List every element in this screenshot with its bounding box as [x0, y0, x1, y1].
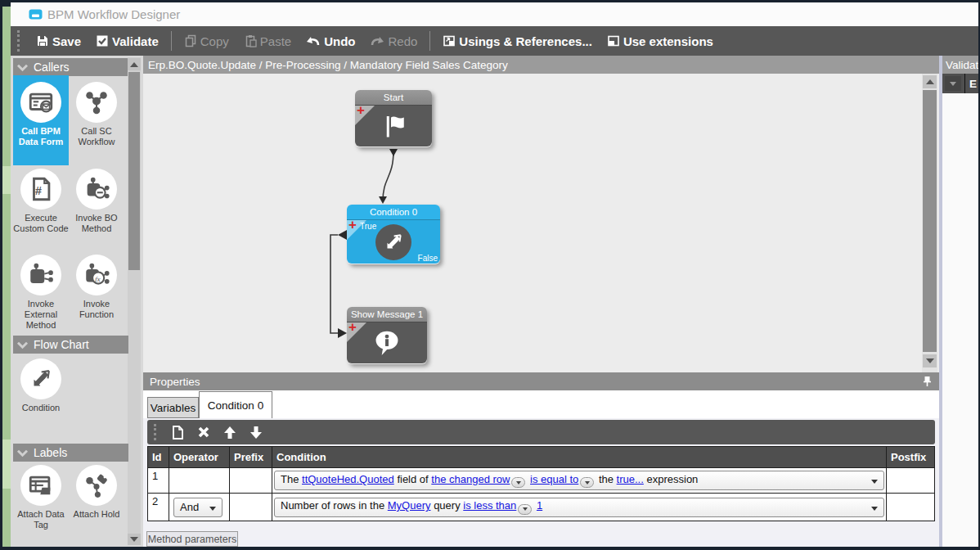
validate-button[interactable]: Validate: [88, 26, 166, 56]
toolbox-item-label: Call SC Workflow: [78, 126, 115, 147]
canvas-scroll-up-button[interactable]: [923, 75, 937, 88]
undo-button[interactable]: Undo: [299, 26, 362, 56]
app-icon: [29, 9, 43, 20]
custom-code-icon: #: [20, 169, 61, 210]
arrow-down-icon: [249, 426, 263, 440]
toolbox-item-execute-custom-code[interactable]: # Execute Custom Code: [13, 169, 69, 255]
add-connection-icon[interactable]: +: [348, 218, 357, 232]
undo-label: Undo: [324, 34, 355, 48]
validation-panel-title: Validat: [946, 59, 978, 71]
value-link[interactable]: 1: [537, 499, 542, 512]
toolbox-item-call-bpm-data-form[interactable]: Call BPM Data Form: [13, 75, 69, 165]
row-operator-cell[interactable]: [169, 468, 230, 493]
operator-link[interactable]: is less than: [463, 499, 516, 512]
toolbox-item-label: Invoke External Method: [25, 299, 57, 330]
node-condition-0[interactable]: Condition 0 + True False: [347, 205, 440, 264]
add-connection-icon[interactable]: +: [348, 320, 357, 334]
node-show-message-1[interactable]: Show Message 1 +: [347, 307, 427, 364]
paste-button[interactable]: Paste: [236, 26, 299, 56]
breadcrumb-text: Erp.BO.Quote.Update / Pre-Processing / M…: [148, 59, 508, 71]
toolbox-item-call-sc-workflow[interactable]: Call SC Workflow: [69, 82, 124, 164]
tab-condition-0[interactable]: Condition 0: [199, 391, 272, 418]
sidebar-scroll-up-button[interactable]: [128, 58, 141, 70]
delete-row-button[interactable]: [197, 426, 210, 439]
usings-references-button[interactable]: Usings & References...: [435, 26, 600, 56]
operator-select[interactable]: And: [173, 498, 223, 517]
toolbox-item-condition[interactable]: Condition: [13, 358, 69, 428]
condition-text: field of: [394, 473, 432, 485]
invoke-external-method-icon: [20, 255, 61, 295]
canvas-scrollbar-thumb[interactable]: [923, 90, 937, 352]
column-separator: [964, 74, 965, 93]
save-button[interactable]: Save: [29, 26, 88, 56]
false-branch-label[interactable]: False: [418, 254, 438, 263]
sidebar-scroll-down-button[interactable]: [128, 534, 141, 545]
row-scope-link[interactable]: the changed row: [431, 473, 510, 485]
redo-button[interactable]: Redo: [362, 26, 425, 56]
row-prefix-cell[interactable]: [230, 494, 272, 521]
tab-variables[interactable]: Variables: [147, 397, 199, 418]
section-header-callers[interactable]: Callers: [13, 58, 128, 76]
node-start[interactable]: Start +: [355, 90, 432, 147]
operator-dropdown[interactable]: [518, 504, 532, 515]
toolbox-item-label: Condition: [22, 403, 60, 412]
true-branch-label[interactable]: True: [360, 222, 376, 231]
pin-icon[interactable]: [922, 376, 933, 387]
use-extensions-label: Use extensions: [623, 34, 713, 48]
condition-builder-combo[interactable]: Number of rows in the MyQuery query is l…: [274, 498, 884, 517]
column-header-id: Id: [148, 447, 169, 467]
canvas-scroll-down-button[interactable]: [923, 354, 937, 367]
move-row-down-button[interactable]: [249, 426, 263, 440]
sc-workflow-icon: [76, 82, 117, 123]
validation-panel-body: [942, 93, 978, 547]
toolbar-grip[interactable]: [154, 424, 157, 440]
row-postfix-cell[interactable]: [887, 494, 934, 521]
undo-icon: [306, 34, 321, 47]
validation-filter-dropdown[interactable]: [945, 76, 961, 91]
toolbox-item-invoke-external-method[interactable]: Invoke External Method: [13, 255, 69, 340]
value-link[interactable]: true...: [617, 473, 644, 485]
toolbox-item-label: Attach Data Tag: [17, 509, 64, 530]
condition-builder-combo[interactable]: The ttQuoteHed.Quoted field of the chang…: [274, 471, 884, 490]
usings-references-label: Usings & References...: [459, 34, 592, 48]
row-postfix-cell[interactable]: [887, 468, 934, 493]
toolbar-grip[interactable]: [17, 30, 20, 52]
toolbox-item-attach-hold[interactable]: Attach Hold: [69, 465, 124, 543]
validation-column-header: E: [969, 78, 977, 90]
flowchart-canvas[interactable]: Start + Condition 0 + True False: [143, 74, 939, 372]
condition-text: The: [281, 473, 302, 485]
tab-method-parameters[interactable]: Method parameters: [146, 531, 238, 547]
node-title: Condition 0: [347, 205, 440, 220]
combo-dropdown-arrow[interactable]: [871, 507, 878, 511]
background-app-notch: [2, 440, 11, 489]
row-scope-dropdown[interactable]: [511, 477, 525, 488]
add-connection-icon[interactable]: +: [357, 103, 365, 117]
toolbox-sidebar: Callers Call BPM Data Form: [11, 56, 143, 547]
bpm-data-form-icon: [20, 82, 61, 123]
query-link[interactable]: MyQuery: [388, 499, 431, 512]
copy-button[interactable]: Copy: [177, 26, 236, 56]
section-header-labels[interactable]: Labels: [13, 444, 128, 462]
svg-text:#: #: [35, 184, 42, 197]
toolbox-item-invoke-bo-method[interactable]: Invoke BO Method: [69, 169, 124, 255]
condition-row-1: 1 The ttQuoteHed.Quoted field of the cha…: [148, 467, 934, 493]
operator-link[interactable]: is equal to: [530, 473, 578, 485]
move-row-up-button[interactable]: [223, 426, 236, 440]
use-extensions-button[interactable]: Use extensions: [600, 26, 721, 56]
toolbox-item-invoke-function[interactable]: fx Invoke Function: [69, 255, 124, 340]
row-condition-cell: Number of rows in the MyQuery query is l…: [272, 494, 887, 521]
field-link[interactable]: ttQuoteHed.Quoted: [302, 473, 394, 485]
condition-node-icon: [375, 224, 411, 260]
operator-dropdown[interactable]: [580, 477, 594, 488]
sidebar-scrollbar-thumb[interactable]: [128, 72, 140, 270]
toolbox-item-attach-data-tag[interactable]: Attach Data Tag: [13, 465, 69, 543]
section-label: Labels: [34, 446, 67, 459]
chevron-down-icon: [16, 449, 29, 458]
condition-icon: [20, 358, 61, 399]
section-header-flow-chart[interactable]: Flow Chart: [13, 336, 128, 354]
new-row-button[interactable]: [172, 426, 184, 440]
column-header-prefix: Prefix: [230, 447, 272, 467]
row-prefix-cell[interactable]: [230, 468, 272, 493]
combo-dropdown-arrow[interactable]: [871, 480, 878, 484]
tab-label: Condition 0: [208, 399, 263, 412]
